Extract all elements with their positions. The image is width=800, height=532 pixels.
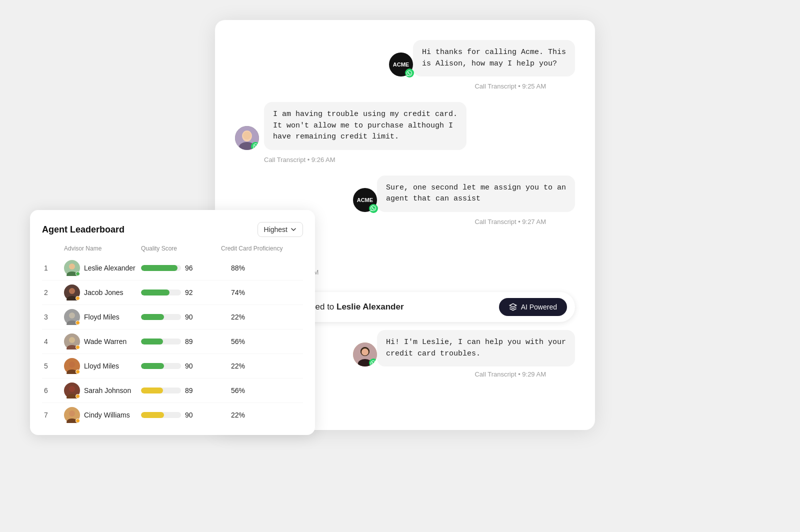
status-dot <box>76 320 80 325</box>
agent-info: Cindy Williams <box>64 407 141 423</box>
agent-info: Lloyd Miles <box>64 358 141 374</box>
agent-name: Sarah Johnson <box>84 386 131 394</box>
svg-point-25 <box>69 362 75 368</box>
message-bubble-1: Hi thanks for calling Acme. This is Alis… <box>413 40 575 76</box>
leaderboard-title: Agent Leaderboard <box>42 224 124 235</box>
leaderboard-row: 7 Cindy Williams 90 22% <box>42 403 303 427</box>
quality-score-cell: 90 <box>141 411 221 419</box>
leaderboard-header: Agent Leaderboard Highest <box>42 222 303 237</box>
score-bar-fill <box>141 363 164 369</box>
quality-score-cell: 89 <box>141 386 221 394</box>
proficiency-value: 88% <box>221 264 301 272</box>
quality-score-cell: 92 <box>141 288 221 296</box>
svg-point-10 <box>362 348 368 356</box>
filter-dropdown[interactable]: Highest <box>258 222 303 237</box>
agent-avatar <box>64 309 80 325</box>
score-number: 90 <box>185 313 193 321</box>
leaderboard-row: 6 Sarah Johnson 89 56% <box>42 378 303 403</box>
proficiency-value: 22% <box>221 411 301 419</box>
svg-point-28 <box>69 386 75 392</box>
rank-number: 7 <box>44 411 64 419</box>
agent-name: Cindy Williams <box>84 411 130 419</box>
svg-point-13 <box>69 264 75 270</box>
agent-avatar <box>64 284 80 300</box>
quality-score-cell: 90 <box>141 313 221 321</box>
agent-avatar <box>64 334 80 350</box>
rank-number: 1 <box>44 264 64 272</box>
proficiency-value: 74% <box>221 288 301 296</box>
leaderboard-row: 5 Lloyd Miles 90 22% <box>42 354 303 378</box>
agent-info: Floyd Miles <box>64 309 141 325</box>
quality-score-cell: 89 <box>141 338 221 346</box>
agent-avatar <box>64 358 80 374</box>
score-bar-fill <box>141 388 163 394</box>
score-number: 89 <box>185 338 193 346</box>
score-bar <box>141 388 181 394</box>
chevron-down-icon <box>290 226 296 232</box>
score-number: 90 <box>185 362 193 370</box>
agent-avatar <box>64 407 80 423</box>
score-bar <box>141 338 181 344</box>
acme-avatar-1: ACME <box>389 52 413 76</box>
whatsapp-badge-3 <box>369 204 378 213</box>
whatsapp-badge-1 <box>405 68 414 78</box>
score-number: 96 <box>185 264 193 272</box>
rank-number: 2 <box>44 288 64 296</box>
leaderboard-row: 3 Floyd Miles 90 22% <box>42 305 303 330</box>
rank-number: 6 <box>44 386 64 394</box>
ai-powered-button[interactable]: AI Powered <box>499 298 567 316</box>
leslie-avatar-5 <box>353 342 377 366</box>
rank-number: 3 <box>44 313 64 321</box>
message-row-1: Hi thanks for calling Acme. This is Alis… <box>235 40 575 76</box>
quality-score-cell: 96 <box>141 264 221 272</box>
agent-info: Jacob Jones <box>64 284 141 300</box>
agent-info: Sarah Johnson <box>64 382 141 398</box>
agent-info: Wade Warren <box>64 334 141 350</box>
score-bar <box>141 314 181 320</box>
acme-avatar-3: ACME <box>353 188 377 212</box>
leaderboard-row: 2 Jacob Jones 92 74% <box>42 280 303 305</box>
quality-score-cell: 90 <box>141 362 221 370</box>
rank-number: 5 <box>44 362 64 370</box>
proficiency-value: 56% <box>221 386 301 394</box>
score-bar-fill <box>141 314 164 320</box>
leaderboard-columns: Advisor Name Quality Score Credit Card P… <box>42 245 303 252</box>
score-bar-fill <box>141 412 164 418</box>
status-dot <box>76 370 80 374</box>
agent-name: Floyd Miles <box>84 313 120 321</box>
score-bar <box>141 363 181 369</box>
agent-name: Leslie Alexander <box>84 264 136 272</box>
agent-name: Jacob Jones <box>84 288 124 296</box>
svg-point-31 <box>69 410 75 416</box>
leaderboard-panel: Agent Leaderboard Highest Advisor Name Q… <box>30 210 315 435</box>
msg-meta-1: Call Transcript • 9:25 AM <box>235 82 575 90</box>
proficiency-value: 22% <box>221 313 301 321</box>
message-bubble-3: Sure, one second let me assign you to an… <box>377 176 575 212</box>
score-number: 90 <box>185 411 193 419</box>
rank-number: 4 <box>44 338 64 346</box>
whatsapp-badge-5 <box>369 358 377 366</box>
score-bar <box>141 265 181 271</box>
score-bar-fill <box>141 338 163 344</box>
agent-avatar <box>64 382 80 398</box>
score-number: 92 <box>185 288 193 296</box>
svg-point-3 <box>243 132 251 140</box>
score-number: 89 <box>185 386 193 394</box>
score-bar <box>141 412 181 418</box>
agent-name: Wade Warren <box>84 338 126 346</box>
message-row-3: Sure, one second let me assign you to an… <box>235 176 575 212</box>
message-bubble-5: Hi! I'm Leslie, I can help you with your… <box>377 330 575 366</box>
status-dot <box>76 394 80 398</box>
score-bar-fill <box>141 290 170 296</box>
message-row-2: I am having trouble using my credit card… <box>235 102 575 150</box>
leaderboard-row: 1 Leslie Alexander 96 88% <box>42 256 303 280</box>
proficiency-value: 22% <box>221 362 301 370</box>
whatsapp-badge-2 <box>251 142 259 150</box>
leaderboard-row: 4 Wade Warren 89 56% <box>42 330 303 354</box>
proficiency-value: 56% <box>221 338 301 346</box>
message-bubble-2: I am having trouble using my credit card… <box>264 102 466 150</box>
svg-point-22 <box>69 337 75 343</box>
score-bar-fill <box>141 265 178 271</box>
agent-info: Leslie Alexander <box>64 260 141 276</box>
leaderboard-rows: 1 Leslie Alexander 96 88% 2 <box>42 256 303 427</box>
